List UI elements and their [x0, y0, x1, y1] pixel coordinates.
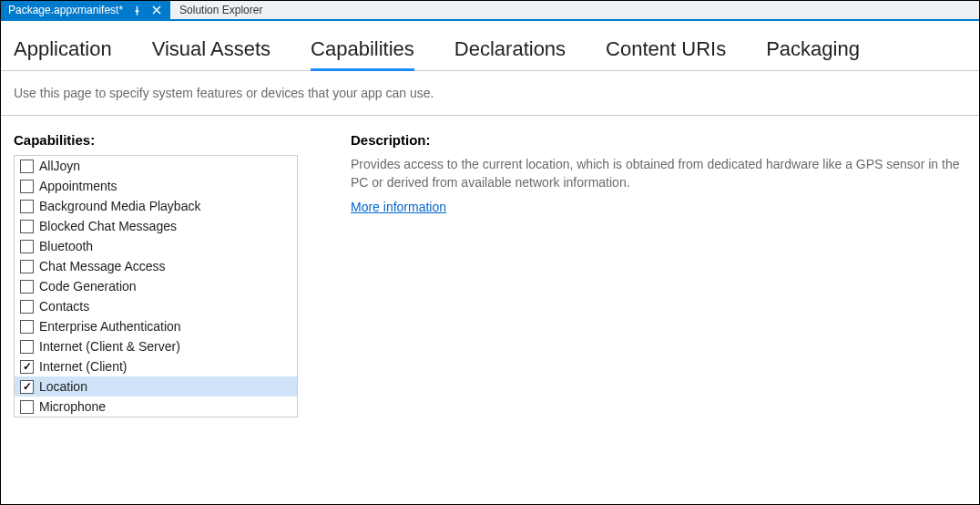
page-description: Use this page to specify system features… [1, 71, 979, 116]
capability-item[interactable]: Microphone [15, 397, 297, 417]
capability-label: Chat Message Access [39, 259, 166, 273]
capability-label: Contacts [39, 299, 89, 314]
capability-item[interactable]: Appointments [15, 176, 297, 196]
checkbox[interactable] [20, 300, 34, 314]
checkbox[interactable] [20, 340, 34, 354]
capability-label: Blocked Chat Messages [39, 219, 177, 233]
tab-visual-assets[interactable]: Visual Assets [152, 37, 271, 71]
capability-item[interactable]: Internet (Client & Server) [15, 336, 297, 356]
document-tab-label: Solution Explorer [179, 4, 262, 16]
capability-label: AllJoyn [39, 159, 80, 173]
capability-item[interactable]: Background Media Playback [15, 196, 297, 216]
capability-item[interactable]: Internet (Client) [15, 356, 297, 376]
capability-label: Internet (Client) [39, 359, 127, 374]
capability-label: Background Media Playback [39, 199, 200, 213]
checkbox[interactable] [20, 400, 34, 414]
checkbox[interactable] [20, 280, 34, 294]
capability-item[interactable]: Code Generation [15, 276, 297, 296]
capability-label: Location [39, 379, 87, 394]
capability-item[interactable]: Enterprise Authentication [15, 316, 297, 336]
checkbox[interactable] [20, 380, 34, 394]
capability-item[interactable]: Location [15, 376, 297, 397]
tab-declarations[interactable]: Declarations [454, 37, 566, 71]
capability-label: Appointments [39, 179, 117, 193]
capabilities-list[interactable]: AllJoynAppointmentsBackground Media Play… [14, 155, 298, 417]
more-information-link[interactable]: More information [351, 200, 446, 214]
capability-item[interactable]: Chat Message Access [15, 256, 297, 276]
description-column: Description: Provides access to the curr… [351, 132, 966, 417]
capability-item[interactable]: Contacts [15, 296, 297, 316]
capability-item[interactable]: Bluetooth [15, 236, 297, 256]
checkbox[interactable] [20, 160, 34, 173]
manifest-editor-tabs: ApplicationVisual AssetsCapabilitiesDecl… [1, 21, 979, 71]
description-text: Provides access to the current location,… [351, 155, 966, 192]
tab-packaging[interactable]: Packaging [766, 37, 860, 71]
document-tab-label: Package.appxmanifest* [8, 4, 123, 16]
tab-content-uris[interactable]: Content URIs [606, 37, 726, 71]
tab-application[interactable]: Application [14, 37, 112, 71]
capabilities-header: Capabilities: [14, 132, 298, 148]
pin-icon[interactable] [130, 4, 143, 16]
capabilities-column: Capabilities: AllJoynAppointmentsBackgro… [14, 132, 298, 417]
capability-label: Internet (Client & Server) [39, 339, 180, 354]
document-tab-active[interactable]: Package.appxmanifest* [1, 1, 170, 19]
capability-item[interactable]: AllJoyn [15, 156, 297, 176]
capability-label: Code Generation [39, 279, 137, 294]
content-area: Capabilities: AllJoynAppointmentsBackgro… [1, 116, 979, 417]
checkbox[interactable] [20, 200, 34, 213]
description-header: Description: [351, 132, 966, 148]
capability-label: Microphone [39, 399, 106, 414]
capability-label: Enterprise Authentication [39, 319, 181, 334]
checkbox[interactable] [20, 320, 34, 334]
checkbox[interactable] [20, 360, 34, 374]
capability-label: Bluetooth [39, 239, 93, 253]
tab-capabilities[interactable]: Capabilities [311, 37, 414, 71]
capability-item[interactable]: Blocked Chat Messages [15, 216, 297, 236]
close-icon[interactable] [150, 4, 163, 16]
checkbox[interactable] [20, 220, 34, 233]
checkbox[interactable] [20, 240, 34, 253]
document-tab-well: Package.appxmanifest* Solution Explorer [1, 1, 979, 21]
checkbox[interactable] [20, 260, 34, 273]
document-tab-solution-explorer[interactable]: Solution Explorer [170, 1, 271, 19]
checkbox[interactable] [20, 180, 34, 193]
